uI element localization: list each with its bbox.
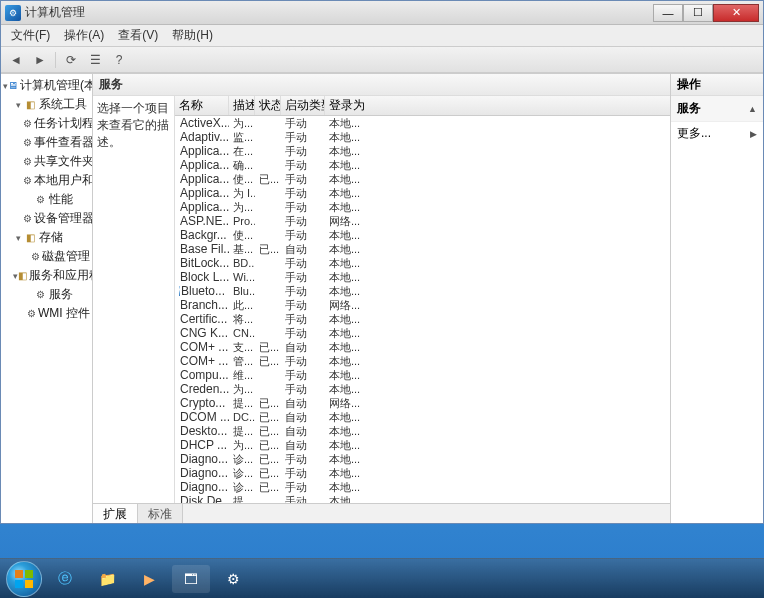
detail-title: 服务: [93, 74, 670, 96]
menu-action[interactable]: 操作(A): [58, 25, 110, 46]
service-row[interactable]: Crypto...提...已...自动网络...: [175, 396, 670, 410]
service-row[interactable]: Base Fil...基...已...自动本地...: [175, 242, 670, 256]
menu-file[interactable]: 文件(F): [5, 25, 56, 46]
tree-label: 共享文件夹: [34, 153, 93, 170]
help-icon[interactable]: ?: [108, 50, 130, 70]
titlebar[interactable]: ⚙ 计算机管理 — ☐ ✕: [1, 1, 763, 25]
service-icon: [179, 286, 180, 296]
window-title: 计算机管理: [25, 4, 649, 21]
service-row[interactable]: BitLock...BD...手动本地...: [175, 256, 670, 270]
detail-pane: 服务 选择一个项目来查看它的描述。 名称 描述 状态 启动类型 登录为 Acti…: [93, 74, 671, 523]
back-button[interactable]: ◄: [5, 50, 27, 70]
tree-item[interactable]: ⚙共享文件夹: [1, 152, 92, 171]
taskbar-ie-icon[interactable]: ⓔ: [46, 565, 84, 593]
service-row[interactable]: Disk De...提...手动本地...: [175, 494, 670, 503]
tree-label: 本地用户和: [34, 172, 93, 189]
app-icon: ⚙: [5, 5, 21, 21]
folder-icon: ◧: [18, 269, 27, 283]
nav-tree[interactable]: ▾🖥计算机管理(本地▾◧系统工具⚙任务计划程⚙事件查看器⚙共享文件夹⚙本地用户和…: [1, 74, 93, 523]
tree-label: 性能: [49, 191, 73, 208]
tab-extended[interactable]: 扩展: [93, 504, 138, 523]
view-tabs: 扩展 标准: [93, 503, 670, 523]
menu-help[interactable]: 帮助(H): [166, 25, 219, 46]
col-state[interactable]: 状态: [255, 96, 281, 115]
taskbar[interactable]: ⓔ 📁 ▶ 🗔 ⚙: [0, 558, 764, 598]
toolbar: ◄ ► ⟳ ☰ ?: [1, 47, 763, 73]
actions-pane: 操作 服务 ▲ 更多... ▶: [671, 74, 763, 523]
root-icon: 🖥: [8, 79, 18, 93]
taskbar-explorer-icon[interactable]: 📁: [88, 565, 126, 593]
menubar: 文件(F) 操作(A) 查看(V) 帮助(H): [1, 25, 763, 47]
forward-button[interactable]: ►: [29, 50, 51, 70]
content-area: ▾🖥计算机管理(本地▾◧系统工具⚙任务计划程⚙事件查看器⚙共享文件夹⚙本地用户和…: [1, 73, 763, 523]
tree-label: 计算机管理(本地: [20, 77, 93, 94]
tree-label: WMI 控件: [38, 305, 90, 322]
mmc-window: ⚙ 计算机管理 — ☐ ✕ 文件(F) 操作(A) 查看(V) 帮助(H) ◄ …: [0, 0, 764, 524]
tree-label: 磁盘管理: [42, 248, 90, 265]
gear-icon: ⚙: [30, 250, 40, 264]
action-section[interactable]: 服务 ▲: [671, 96, 763, 122]
taskbar-app-icon[interactable]: 🗔: [172, 565, 210, 593]
gear-icon: ⚙: [23, 174, 32, 188]
maximize-button[interactable]: ☐: [683, 4, 713, 22]
tree-item[interactable]: ▾◧服务和应用程: [1, 266, 92, 285]
tree-item[interactable]: ▾◧存储: [1, 228, 92, 247]
tree-label: 服务: [49, 286, 73, 303]
list-body[interactable]: ActiveX...为...手动本地...Adaptiv...监...手动本地.…: [175, 116, 670, 503]
gear-icon: ⚙: [23, 136, 32, 150]
service-row[interactable]: Applica...为...手动本地...: [175, 200, 670, 214]
col-name[interactable]: 名称: [175, 96, 229, 115]
tree-label: 存储: [39, 229, 63, 246]
gear-icon: ⚙: [23, 117, 32, 131]
service-row[interactable]: Block L...Wi...手动本地...: [175, 270, 670, 284]
close-button[interactable]: ✕: [713, 4, 759, 22]
tree-label: 系统工具: [39, 96, 87, 113]
tree-label: 设备管理器: [34, 210, 93, 227]
minimize-button[interactable]: —: [653, 4, 683, 22]
tree-item[interactable]: ⚙磁盘管理: [1, 247, 92, 266]
folder-icon: ◧: [23, 231, 37, 245]
tree-item[interactable]: ⚙任务计划程: [1, 114, 92, 133]
tree-item[interactable]: ⚙性能: [1, 190, 92, 209]
start-button[interactable]: [6, 561, 42, 597]
chevron-right-icon: ▶: [750, 129, 757, 139]
toolbar-separator: [55, 52, 56, 68]
tree-item[interactable]: ▾◧系统工具: [1, 95, 92, 114]
gear-icon: ⚙: [33, 288, 47, 302]
tab-standard[interactable]: 标准: [138, 504, 183, 523]
col-start[interactable]: 启动类型: [281, 96, 325, 115]
action-more[interactable]: 更多... ▶: [671, 122, 763, 145]
column-headers[interactable]: 名称 描述 状态 启动类型 登录为: [175, 96, 670, 116]
menu-view[interactable]: 查看(V): [112, 25, 164, 46]
tree-item[interactable]: ⚙本地用户和: [1, 171, 92, 190]
description-pane: 选择一个项目来查看它的描述。: [93, 96, 175, 503]
tree-item[interactable]: ⚙事件查看器: [1, 133, 92, 152]
service-row[interactable]: Certific...将...手动本地...: [175, 312, 670, 326]
tree-label: 任务计划程: [34, 115, 93, 132]
gear-icon: ⚙: [23, 212, 32, 226]
expander-icon[interactable]: ▾: [13, 233, 23, 243]
tree-label: 事件查看器: [34, 134, 93, 151]
taskbar-app2-icon[interactable]: ⚙: [214, 565, 252, 593]
gear-icon: ⚙: [27, 307, 36, 321]
folder-icon: ◧: [23, 98, 37, 112]
gear-icon: ⚙: [23, 155, 32, 169]
services-list: 名称 描述 状态 启动类型 登录为 ActiveX...为...手动本地...A…: [175, 96, 670, 503]
tree-item[interactable]: ▾🖥计算机管理(本地: [1, 76, 92, 95]
actions-header: 操作: [671, 74, 763, 96]
tree-label: 服务和应用程: [29, 267, 93, 284]
gear-icon: ⚙: [33, 193, 47, 207]
properties-button[interactable]: ☰: [84, 50, 106, 70]
collapse-icon[interactable]: ▲: [748, 104, 757, 114]
tree-item[interactable]: ⚙设备管理器: [1, 209, 92, 228]
expander-icon[interactable]: ▾: [13, 100, 23, 110]
tree-item[interactable]: ⚙WMI 控件: [1, 304, 92, 323]
col-logon[interactable]: 登录为: [325, 96, 369, 115]
col-desc[interactable]: 描述: [229, 96, 255, 115]
taskbar-media-icon[interactable]: ▶: [130, 565, 168, 593]
refresh-button[interactable]: ⟳: [60, 50, 82, 70]
tree-item[interactable]: ⚙服务: [1, 285, 92, 304]
